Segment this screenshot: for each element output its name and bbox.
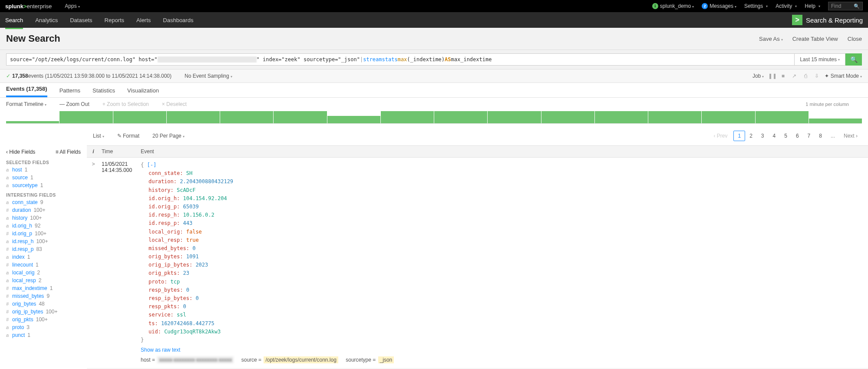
nav-tab-reports[interactable]: Reports bbox=[105, 13, 125, 28]
json-field-service[interactable]: service: ssl bbox=[149, 311, 866, 319]
field-history[interactable]: ahistory100+ bbox=[6, 215, 81, 221]
field-max_indextime[interactable]: #max_indextime1 bbox=[6, 285, 81, 291]
json-field-orig_ip_bytes[interactable]: orig_ip_bytes: 2023 bbox=[149, 261, 866, 269]
pager-page-1[interactable]: 1 bbox=[733, 131, 745, 141]
zoom-out-button[interactable]: — Zoom Out bbox=[59, 101, 89, 107]
timeline-bar[interactable] bbox=[541, 111, 594, 123]
timeline-bar[interactable] bbox=[327, 116, 380, 123]
tab-visualization[interactable]: Visualization bbox=[127, 84, 159, 97]
pager-page-8[interactable]: 8 bbox=[815, 131, 826, 141]
tab-events[interactable]: Events (17,358) bbox=[6, 82, 47, 97]
timeline-chart[interactable] bbox=[0, 111, 868, 126]
json-field-resp_bytes[interactable]: resp_bytes: 0 bbox=[149, 286, 866, 294]
field-index[interactable]: aindex1 bbox=[6, 254, 81, 260]
field-missed_bytes[interactable]: #missed_bytes9 bbox=[6, 293, 81, 299]
field-orig_bytes[interactable]: #orig_bytes48 bbox=[6, 301, 81, 307]
json-field-missed_bytes[interactable]: missed_bytes: 0 bbox=[149, 244, 866, 253]
activity-menu[interactable]: Activity bbox=[776, 3, 797, 9]
json-field-ts[interactable]: ts: 1620742468.442775 bbox=[149, 320, 866, 328]
time-range-picker[interactable]: Last 15 minutes bbox=[795, 53, 845, 66]
field-local_resp[interactable]: alocal_resp2 bbox=[6, 277, 81, 283]
pager-page-4[interactable]: 4 bbox=[769, 131, 780, 141]
field-source[interactable]: asource1 bbox=[6, 175, 81, 181]
spl-search-input[interactable]: source="/opt/zeek/logs/current/conn.log"… bbox=[6, 53, 795, 66]
field-linecount[interactable]: #linecount1 bbox=[6, 262, 81, 268]
timeline-bar[interactable] bbox=[702, 111, 755, 123]
nav-tab-search[interactable]: Search bbox=[5, 13, 23, 29]
meta-source-value[interactable]: /opt/zeek/logs/current/conn.log bbox=[264, 356, 338, 363]
settings-menu[interactable]: Settings bbox=[744, 3, 768, 9]
timeline-bar[interactable] bbox=[6, 121, 59, 123]
meta-sourcetype-value[interactable]: _json bbox=[378, 356, 394, 363]
timeline-bar[interactable] bbox=[434, 111, 487, 123]
pager-page-5[interactable]: 5 bbox=[780, 131, 792, 141]
json-field-id-resp_p[interactable]: id.resp_p: 443 bbox=[149, 219, 866, 227]
timeline-bar[interactable] bbox=[648, 111, 701, 123]
pager-page-6[interactable]: 6 bbox=[792, 131, 803, 141]
json-field-history[interactable]: history: ScADcF bbox=[149, 186, 866, 194]
field-punct[interactable]: apunct1 bbox=[6, 332, 81, 338]
field-orig_pkts[interactable]: #orig_pkts100+ bbox=[6, 316, 81, 323]
hide-fields-button[interactable]: ‹ Hide Fields bbox=[6, 149, 35, 155]
search-mode-menu[interactable]: ✦ Smart Mode bbox=[825, 73, 862, 79]
print-icon[interactable]: ⎙ bbox=[802, 73, 809, 79]
field-local_orig[interactable]: alocal_orig2 bbox=[6, 270, 81, 276]
field-proto[interactable]: aproto3 bbox=[6, 324, 81, 330]
format-timeline-menu[interactable]: Format Timeline bbox=[6, 101, 46, 107]
timeline-bar[interactable] bbox=[756, 111, 809, 123]
format-menu[interactable]: ✎ Format bbox=[117, 133, 139, 139]
field-orig_ip_bytes[interactable]: #orig_ip_bytes100+ bbox=[6, 309, 81, 315]
export-icon[interactable]: ⇩ bbox=[813, 73, 820, 79]
col-time[interactable]: Time bbox=[100, 146, 139, 157]
pause-icon[interactable]: ❚❚ bbox=[768, 73, 775, 79]
field-id-resp_p[interactable]: #id.resp_p83 bbox=[6, 246, 81, 252]
apps-menu[interactable]: Apps bbox=[65, 3, 79, 9]
json-field-uid[interactable]: uid: Cudgr13oqRT8k2Akw3 bbox=[149, 328, 866, 336]
timeline-bar[interactable] bbox=[113, 111, 166, 123]
show-raw-text-link[interactable]: Show as raw text bbox=[141, 346, 180, 354]
global-find-input[interactable]: Find🔍 bbox=[828, 2, 863, 10]
field-conn_state[interactable]: aconn_state9 bbox=[6, 199, 81, 205]
event-sampling-menu[interactable]: No Event Sampling bbox=[185, 73, 232, 79]
pager-next[interactable]: Next › bbox=[839, 131, 862, 141]
timeline-bar[interactable] bbox=[220, 111, 273, 123]
user-menu[interactable]: isplunk_demo bbox=[652, 3, 694, 9]
messages-menu[interactable]: 2Messages bbox=[702, 3, 736, 9]
collapse-json-toggle[interactable]: [-] bbox=[147, 162, 156, 168]
json-field-id-orig_p[interactable]: id.orig_p: 65039 bbox=[149, 203, 866, 211]
help-menu[interactable]: Help bbox=[805, 3, 820, 9]
field-id-orig_h[interactable]: aid.orig_h92 bbox=[6, 223, 81, 229]
meta-host-value[interactable]: xxxxx-xxxxxxxx-xxxxxxxx-xxxxx bbox=[157, 356, 234, 363]
tab-patterns[interactable]: Patterns bbox=[59, 84, 80, 97]
timeline-bar[interactable] bbox=[488, 111, 541, 123]
timeline-bar[interactable] bbox=[595, 111, 648, 123]
field-host[interactable]: ahost1 bbox=[6, 167, 81, 173]
all-fields-button[interactable]: ≡ All Fields bbox=[56, 149, 81, 155]
field-id-resp_h[interactable]: aid.resp_h100+ bbox=[6, 238, 81, 244]
json-field-proto[interactable]: proto: tcp bbox=[149, 278, 866, 286]
json-field-orig_bytes[interactable]: orig_bytes: 1091 bbox=[149, 253, 866, 261]
json-field-conn_state[interactable]: conn_state: SH bbox=[149, 169, 866, 178]
pager-page-2[interactable]: 2 bbox=[745, 131, 757, 141]
job-menu[interactable]: Job bbox=[752, 73, 764, 79]
expand-row-toggle[interactable]: > bbox=[87, 158, 100, 368]
json-field-duration[interactable]: duration: 2.204300880432129 bbox=[149, 178, 866, 186]
json-field-id-orig_h[interactable]: id.orig_h: 104.154.92.204 bbox=[149, 194, 866, 203]
create-table-view-link[interactable]: Create Table View bbox=[792, 36, 838, 42]
nav-tab-datasets[interactable]: Datasets bbox=[70, 13, 92, 28]
tab-statistics[interactable]: Statistics bbox=[92, 84, 115, 97]
field-id-orig_p[interactable]: #id.orig_p100+ bbox=[6, 231, 81, 237]
timeline-bar[interactable] bbox=[809, 119, 862, 123]
timeline-bar[interactable] bbox=[59, 111, 112, 123]
pager-page-7[interactable]: 7 bbox=[803, 131, 815, 141]
col-info[interactable]: i bbox=[87, 146, 100, 157]
field-sourcetype[interactable]: asourcetype1 bbox=[6, 182, 81, 188]
json-field-local_orig[interactable]: local_orig: false bbox=[149, 228, 866, 236]
save-as-menu[interactable]: Save As bbox=[759, 36, 783, 42]
app-brand[interactable]: > Search & Reporting bbox=[792, 15, 863, 25]
nav-tab-dashboards[interactable]: Dashboards bbox=[163, 13, 193, 28]
timeline-bar[interactable] bbox=[274, 111, 327, 123]
field-duration[interactable]: #duration100+ bbox=[6, 207, 81, 213]
json-field-resp_ip_bytes[interactable]: resp_ip_bytes: 0 bbox=[149, 294, 866, 303]
timeline-bar[interactable] bbox=[167, 111, 220, 123]
